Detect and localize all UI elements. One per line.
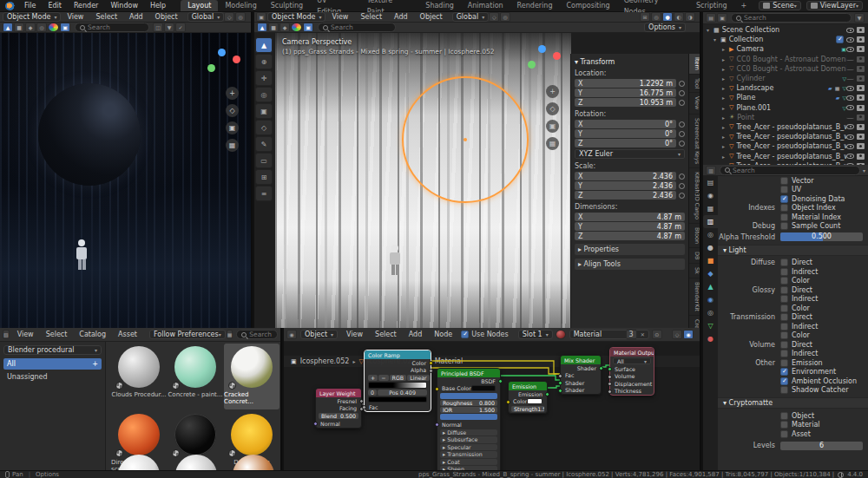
workspace-tab-compositing[interactable]: Compositing xyxy=(559,0,616,11)
transform-field-z[interactable]: Z2.436 xyxy=(575,191,676,200)
tool-button-1[interactable]: ⊕ xyxy=(255,54,273,69)
outliner-row[interactable]: ▸▽CC0 Bought - Astronaut Domenico D'A xyxy=(703,55,868,64)
node-menu-node[interactable]: Node xyxy=(428,329,458,341)
light-shadow-catcher-checkbox[interactable] xyxy=(780,386,788,394)
rotate-mode-icon[interactable]: ◎ xyxy=(36,23,47,32)
pass-material-index-checkbox[interactable] xyxy=(780,213,788,221)
axis-z-handle[interactable] xyxy=(218,49,226,56)
viewport-menu-select[interactable]: Select xyxy=(89,11,123,23)
node-layer-weight[interactable]: Layer Weight Fresnel Facing Blend 0.500 … xyxy=(315,388,362,429)
light-direct-checkbox[interactable] xyxy=(780,313,788,321)
outliner-search[interactable] xyxy=(731,13,852,23)
proportional-edit-icon[interactable]: ◎ xyxy=(500,12,510,22)
breadcrumb-item[interactable]: Material xyxy=(435,357,464,365)
solid-shading-icon[interactable]: ● xyxy=(662,12,673,22)
cryptomatte-section-header[interactable]: ▾ Cryptomatte xyxy=(718,397,868,409)
asset-tile-cracked-concret-[interactable]: Cracked Concret... xyxy=(224,344,279,409)
visibility-eye-icon[interactable] xyxy=(846,37,854,43)
outliner-row[interactable]: ▸▽Tree_Acer - pseudoplatanus_B_winter.0 xyxy=(703,151,868,160)
options-hint[interactable]: Options xyxy=(36,471,59,478)
cryptomatte-asset-checkbox[interactable] xyxy=(780,430,788,438)
expand-icon[interactable]: ▸ xyxy=(722,85,729,91)
chevron-down-icon[interactable]: ▾ xyxy=(863,167,865,174)
sidebar-tab-screencast-keys[interactable]: Screencast Keys xyxy=(689,115,700,168)
light-indirect-checkbox[interactable] xyxy=(780,295,788,303)
render-camera-icon[interactable] xyxy=(857,66,865,72)
dark-sphere-object[interactable] xyxy=(38,83,141,186)
sidebar-tab-create[interactable]: Create xyxy=(689,316,700,328)
node-color-ramp[interactable]: Color Ramp Color Alpha + − RGB Linear 0 … xyxy=(364,350,431,412)
outliner-row[interactable]: ▸▽Tree_Acer - pseudoplatanus_B_winter.0 xyxy=(703,122,868,132)
asset-menu-view[interactable]: View xyxy=(11,329,40,341)
node-menu-view[interactable]: View xyxy=(340,329,369,341)
render-tab-icon[interactable]: ◉ xyxy=(703,189,718,202)
render-camera-icon[interactable] xyxy=(857,27,865,33)
menu-file[interactable]: File xyxy=(18,0,42,12)
visibility-eye-icon[interactable] xyxy=(846,86,854,91)
panel-properties[interactable]: ▸ Properties xyxy=(575,244,685,255)
keyframe-dot-icon[interactable] xyxy=(679,100,685,106)
slot-dropdown[interactable]: Slot 1▾ xyxy=(518,330,553,339)
sidebar-tab-item[interactable]: Item xyxy=(689,54,700,75)
transform-field-z[interactable]: Z0° xyxy=(575,139,676,147)
tool-button-6[interactable]: ✎ xyxy=(255,136,273,152)
pass-sample-count-checkbox[interactable] xyxy=(780,222,788,230)
camera-view-icon[interactable]: ▣ xyxy=(226,121,239,134)
pan-hand-icon[interactable]: ◇ xyxy=(226,104,239,117)
pass-denoising-data-checkbox[interactable] xyxy=(780,195,788,203)
light-environment-checkbox[interactable] xyxy=(780,368,788,376)
visibility-eye-icon[interactable] xyxy=(846,68,854,70)
rendered-shading-icon[interactable]: ◑ xyxy=(685,12,695,22)
visibility-eye-icon[interactable] xyxy=(846,124,854,129)
material-preview-icon[interactable] xyxy=(556,330,566,339)
principled-alpha-slider[interactable]: Alpha1.000 xyxy=(440,414,497,420)
light-color-checkbox[interactable] xyxy=(780,331,788,339)
keyframe-dot-icon[interactable] xyxy=(679,183,685,189)
visibility-eye-icon[interactable] xyxy=(846,116,854,119)
outliner-row[interactable]: ▸▽CC0 Bought - Astronaut Domenico D'A xyxy=(703,64,868,74)
astronaut-figure[interactable] xyxy=(390,245,400,275)
render-camera-icon[interactable] xyxy=(857,154,865,160)
view-layer-tab-icon[interactable]: ▥ xyxy=(703,215,718,228)
move-mode-icon[interactable]: ◆ xyxy=(25,23,36,32)
panel-align-tools[interactable]: ▸ Align Tools xyxy=(575,259,685,270)
stop-index-field[interactable]: 0 xyxy=(368,390,377,396)
cryptomatte-material-checkbox[interactable] xyxy=(780,421,788,429)
add-catalog-icon[interactable]: + xyxy=(92,360,98,368)
show-gizmo-icon[interactable]: ⊞ xyxy=(640,12,650,22)
light-ambient-occlusion-checkbox[interactable] xyxy=(780,377,788,385)
display-size-icon[interactable]: ▦ xyxy=(227,330,233,339)
expand-icon[interactable]: ▸ xyxy=(722,154,729,160)
catalog-all[interactable]: All+ xyxy=(3,358,102,370)
viewport-search[interactable] xyxy=(318,23,396,32)
viewport-center-canvas[interactable]: ▲⊕✛◎▣◇✎▭⊞≡ Camera Perspective (1) pps_Gr… xyxy=(254,33,700,328)
material-users-count[interactable]: 3 xyxy=(626,330,637,339)
visibility-eye-icon[interactable] xyxy=(846,154,854,159)
levels-slider[interactable]: 6 xyxy=(780,442,863,450)
snap-magnet-icon[interactable]: ◇ xyxy=(489,12,499,22)
outliner-row[interactable]: ▸▽Tree_Acer - pseudoplatanus_B_winter.0 xyxy=(703,141,868,151)
rotation-mode-dropdown[interactable]: XYZ Euler▾ xyxy=(575,149,685,159)
principled-section-coat[interactable]: ▸ Coat xyxy=(440,459,497,466)
editor-type-icon[interactable]: ▧ xyxy=(3,330,10,339)
render-camera-icon[interactable] xyxy=(857,124,865,130)
visibility-eye-icon[interactable] xyxy=(846,28,854,33)
axis-x-handle[interactable] xyxy=(233,56,240,63)
asset-menu-select[interactable]: Select xyxy=(40,329,74,341)
axis-z-handle[interactable] xyxy=(538,45,546,53)
render-camera-icon[interactable] xyxy=(857,46,865,52)
outliner-row[interactable]: ▸▽Tree_Acer - pseudoplatanus_B_winter.0 xyxy=(703,132,868,141)
visibility-eye-icon[interactable] xyxy=(846,105,854,110)
overlays-icon[interactable]: ◫ xyxy=(153,23,163,32)
add-workspace-button[interactable]: + xyxy=(734,0,754,11)
axis-y-handle[interactable] xyxy=(207,64,215,72)
select-mode-icon[interactable]: ■ xyxy=(14,23,24,32)
viewport-menu-select[interactable]: Select xyxy=(354,11,388,23)
sidebar-tab-btoon[interactable]: Btoon xyxy=(689,224,700,248)
outliner-row[interactable]: ▸▽Plane.001▽ xyxy=(703,103,868,113)
workspace-tab-shading[interactable]: Shading xyxy=(418,0,461,11)
tool-button-9[interactable]: ≡ xyxy=(255,186,273,201)
blend-slider[interactable]: Blend 0.500 xyxy=(319,413,358,419)
scene-tab-icon[interactable]: ◎ xyxy=(703,228,718,241)
expand-icon[interactable]: ▸ xyxy=(722,105,729,111)
